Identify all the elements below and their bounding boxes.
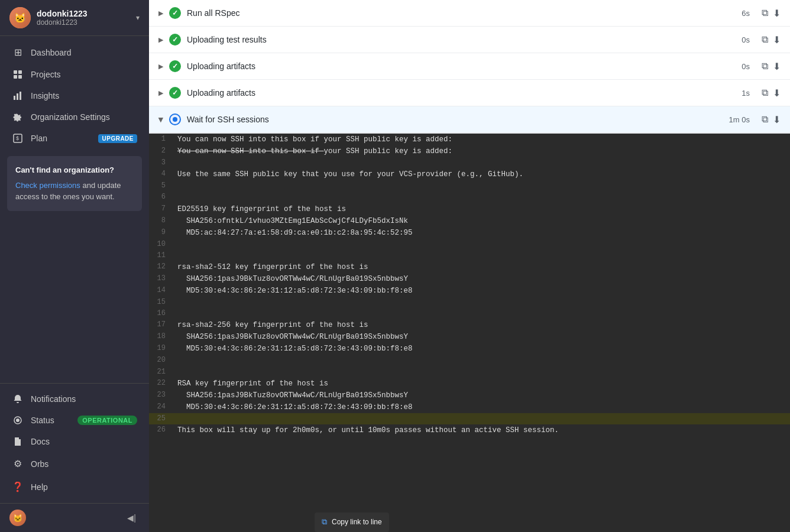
plan-icon: $ xyxy=(12,134,24,143)
sidebar-item-label: Help xyxy=(31,482,137,492)
terminal-line: 5 xyxy=(149,180,790,192)
terminal-line: 21 xyxy=(149,366,790,378)
line-number: 12 xyxy=(149,261,173,273)
step-name: Wait for SSH sessions xyxy=(187,115,729,124)
sidebar-item-dashboard[interactable]: ⊞ Dashboard xyxy=(0,41,149,64)
download-icon[interactable]: ⬇ xyxy=(773,61,781,72)
footer-avatar[interactable]: 🐱 xyxy=(9,510,26,526)
username: dodonki1223 xyxy=(37,9,136,18)
sidebar-item-label: Orbs xyxy=(31,459,137,469)
line-content xyxy=(173,413,790,424)
sidebar-item-projects[interactable]: Projects xyxy=(0,64,149,85)
steps-list: ▶ ✓ Run all RSpec 6s ⧉ ⬇ ▶ ✓ Uploading t… xyxy=(149,0,790,134)
step-name: Uploading artifacts xyxy=(187,61,742,71)
sidebar-item-label: Notifications xyxy=(31,394,137,404)
step-row[interactable]: ▶ ✓ Uploading test results 0s ⧉ ⬇ xyxy=(149,27,790,53)
line-number: 5 xyxy=(149,180,173,192)
terminal-line: 6 xyxy=(149,192,790,203)
line-content: MD5:30:e4:3c:86:2e:31:12:a5:d8:72:3e:43:… xyxy=(173,343,790,355)
terminal-line: 22RSA key fingerprint of the host is xyxy=(149,378,790,390)
upgrade-badge: UPGRADE xyxy=(98,134,137,143)
external-link-icon[interactable]: ⧉ xyxy=(762,114,768,125)
terminal-line: 12rsa-sha2-512 key fingerprint of the ho… xyxy=(149,261,790,273)
success-icon: ✓ xyxy=(169,87,181,99)
svg-point-10 xyxy=(16,419,20,422)
sidebar-item-label: Projects xyxy=(31,70,137,79)
line-number: 3 xyxy=(149,157,173,168)
expand-icon[interactable]: ▶ xyxy=(158,89,163,97)
sidebar-item-plan[interactable]: $ Plan UPGRADE xyxy=(0,128,149,149)
info-title: Can't find an organization? xyxy=(15,164,134,176)
projects-icon xyxy=(12,70,24,79)
svg-text:$: $ xyxy=(16,135,19,141)
operational-badge: OPERATIONAL xyxy=(77,416,137,425)
notifications-icon xyxy=(12,394,24,404)
download-icon[interactable]: ⬇ xyxy=(773,114,781,125)
step-row[interactable]: ▶ Wait for SSH sessions 1m 0s ⧉ ⬇ xyxy=(149,106,790,133)
download-icon[interactable]: ⬇ xyxy=(773,34,781,46)
sidebar-item-docs[interactable]: Docs xyxy=(0,431,149,452)
line-number: 2 xyxy=(149,145,173,157)
terminal-line: 13 SHA256:1pasJ9BkTuz8ovORTWw4wC/RLnUgrB… xyxy=(149,273,790,285)
step-name: Run all RSpec xyxy=(187,8,742,18)
external-link-icon[interactable]: ⧉ xyxy=(762,87,768,98)
line-content: MD5:30:e4:3c:86:2e:31:12:a5:d8:72:3e:43:… xyxy=(173,285,790,297)
download-icon[interactable]: ⬇ xyxy=(773,8,781,19)
line-number: 8 xyxy=(149,215,173,227)
external-link-icon[interactable]: ⧉ xyxy=(762,34,768,45)
check-permissions-link[interactable]: Check permissions xyxy=(15,181,80,190)
svg-point-11 xyxy=(173,117,177,122)
line-content: SHA256:1pasJ9BkTuz8ovORTWw4wC/RLnUgrBa01… xyxy=(173,273,790,285)
svg-rect-2 xyxy=(14,75,17,79)
user-menu[interactable]: 🐱 dodonki1223 dodonki1223 ▾ xyxy=(0,0,149,36)
line-number: 20 xyxy=(149,355,173,366)
line-number: 23 xyxy=(149,390,173,401)
sidebar-item-label: Dashboard xyxy=(31,48,137,57)
expand-icon[interactable]: ▶ xyxy=(157,117,165,122)
copy-tooltip-text: Copy link to line xyxy=(332,517,382,528)
external-link-icon[interactable]: ⧉ xyxy=(762,8,768,18)
sidebar-item-status[interactable]: Status OPERATIONAL xyxy=(0,410,149,431)
terminal-line: 8 SHA256:ofntkL/1vhuo3MZtEmg1EAbScCwjCf4… xyxy=(149,215,790,227)
expand-icon[interactable]: ▶ xyxy=(158,63,163,70)
svg-rect-3 xyxy=(18,75,22,79)
insights-icon xyxy=(12,91,24,100)
line-number: 24 xyxy=(149,401,173,413)
terminal-line: 18 SHA256:1pasJ9BkTuz8ovORTWw4wC/RLnUgrB… xyxy=(149,331,790,343)
line-content: This box will stay up for 2h0m0s, or unt… xyxy=(173,424,790,436)
sidebar-item-help[interactable]: ❓ Help xyxy=(0,475,149,498)
terminal-line: 26This box will stay up for 2h0m0s, or u… xyxy=(149,424,790,436)
external-link-icon[interactable]: ⧉ xyxy=(762,61,768,72)
line-number: 18 xyxy=(149,331,173,343)
sidebar-item-insights[interactable]: Insights xyxy=(0,85,149,106)
sidebar-item-orbs[interactable]: ⚙ Orbs xyxy=(0,452,149,475)
expand-icon[interactable]: ▶ xyxy=(158,9,163,17)
line-number: 1 xyxy=(149,134,173,145)
download-icon[interactable]: ⬇ xyxy=(773,87,781,99)
line-number: 22 xyxy=(149,378,173,390)
line-number: 10 xyxy=(149,239,173,250)
step-row[interactable]: ▶ ✓ Uploading artifacts 0s ⧉ ⬇ xyxy=(149,53,790,80)
sidebar-item-org-settings[interactable]: Organization Settings xyxy=(0,106,149,128)
sidebar-item-notifications[interactable]: Notifications xyxy=(0,388,149,410)
line-content: MD5:ac:84:27:7a:e1:58:d9:ca:e0:1b:c2:8a:… xyxy=(173,227,790,239)
subname: dodonki1223 xyxy=(37,18,136,27)
svg-rect-1 xyxy=(18,70,22,74)
terminal-line: 20 xyxy=(149,355,790,366)
terminal-line: 9 MD5:ac:84:27:7a:e1:58:d9:ca:e0:1b:c2:8… xyxy=(149,227,790,239)
copy-tooltip[interactable]: ⧉ Copy link to line xyxy=(315,512,389,532)
step-row[interactable]: ▶ ✓ Uploading artifacts 1s ⧉ ⬇ xyxy=(149,80,790,106)
sidebar-item-label: Docs xyxy=(31,437,137,446)
line-content xyxy=(173,192,790,203)
success-icon: ✓ xyxy=(169,7,181,19)
line-content xyxy=(173,157,790,168)
terminal-line: 14 MD5:30:e4:3c:86:2e:31:12:a5:d8:72:3e:… xyxy=(149,285,790,297)
line-number: 7 xyxy=(149,203,173,215)
sidebar-collapse-button[interactable]: ◀| xyxy=(124,512,140,524)
expand-icon[interactable]: ▶ xyxy=(158,36,163,44)
terminal-table: 1You can now SSH into this box if your S… xyxy=(149,134,790,436)
line-content xyxy=(173,180,790,192)
step-name: Uploading artifacts xyxy=(187,88,742,98)
step-duration: 6s xyxy=(742,9,750,18)
step-row[interactable]: ▶ ✓ Run all RSpec 6s ⧉ ⬇ xyxy=(149,0,790,27)
